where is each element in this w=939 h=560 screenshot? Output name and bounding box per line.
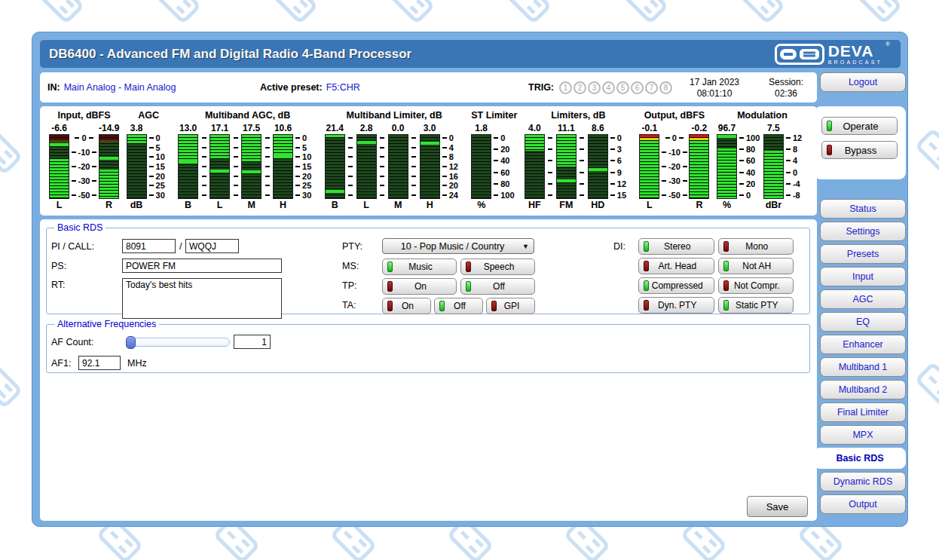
save-button[interactable]: Save (747, 496, 808, 517)
green-led-icon (644, 241, 649, 252)
meter-scale: 020406080100 (494, 134, 515, 199)
sidebar-item-multiband-2[interactable]: Multiband 2 (820, 380, 906, 399)
sidebar-item-basic-rds[interactable]: Basic RDS (814, 448, 906, 469)
pty-select[interactable]: 10 - Pop Music / Country ▼ (382, 238, 534, 254)
deva-watermark-icon (388, 0, 435, 24)
button-not-compr[interactable]: Not Compr. (718, 277, 794, 294)
meter-value: 17.1 (210, 123, 230, 134)
session: Session: 02:36 (760, 72, 812, 103)
ps-input[interactable] (122, 259, 282, 273)
sidebar-item-final-limiter[interactable]: Final Limiter (820, 402, 906, 422)
button-off[interactable]: Off (460, 278, 535, 295)
meter-value (610, 123, 632, 134)
meter-group-limiters-db: Limiters, dB4.0HF11.1FM8.6HD03691215 (525, 110, 632, 211)
meter-value (494, 123, 515, 134)
sidebar-item-dynamic-rds[interactable]: Dynamic RDS (820, 472, 906, 491)
pi-call-label: PI / CALL: (51, 241, 94, 252)
button-compressed[interactable]: Compressed (638, 277, 714, 294)
button-static-pty[interactable]: Static PTY (718, 297, 794, 314)
meter-value: 3.0 (420, 123, 440, 134)
meter-label (200, 199, 207, 211)
ms-label: MS: (342, 261, 359, 271)
button-music[interactable]: Music (382, 259, 457, 275)
logout-button[interactable]: Logout (820, 72, 906, 92)
time-text: 08:01:10 (697, 88, 733, 99)
sidebar-item-settings[interactable]: Settings (820, 222, 906, 241)
meter-group-title: AGC (127, 110, 171, 123)
meter-label: L (356, 199, 377, 211)
meter-value (411, 123, 418, 134)
tp-buttons: OnOff (382, 278, 535, 295)
button-operate[interactable]: Operate (821, 117, 898, 135)
af1-input[interactable] (78, 356, 121, 370)
meter-multiband-agc-db-l (210, 134, 230, 199)
button-stereo[interactable]: Stereo (638, 238, 714, 255)
button-off[interactable]: Off (434, 298, 483, 314)
meter-label: dB (127, 199, 147, 211)
sidebar-item-agc[interactable]: AGC (820, 289, 906, 309)
trig-indicator-7: 7 (645, 81, 658, 94)
button-mono[interactable]: Mono (718, 238, 794, 255)
pi-input[interactable] (122, 239, 176, 253)
sidebar-item-input[interactable]: Input (820, 267, 906, 286)
call-input[interactable] (185, 239, 239, 253)
active-preset-value[interactable]: F5:CHR (326, 82, 360, 93)
button-art-head[interactable]: Art. Head (638, 258, 714, 274)
deva-watermark-icon (154, 0, 201, 24)
input-source-link[interactable]: Main Analog - Main Analog (64, 82, 176, 93)
button-dyn-pty[interactable]: Dyn. PTY (638, 297, 714, 314)
meter-input-dbfs-l (49, 134, 69, 199)
meter-value: 4.0 (525, 123, 545, 134)
meter-group-st-limiter: ST Limiter1.8%020406080100 (471, 110, 517, 211)
button-on[interactable]: On (382, 278, 457, 295)
deva-logo: DEVA ® BROADCAST (775, 43, 890, 65)
meter-label (662, 199, 687, 211)
sidebar-item-multiband-1[interactable]: Multiband 1 (820, 357, 906, 377)
meter-scale: 12840-4-8 (786, 134, 808, 199)
sidebar-item-presets[interactable]: Presets (820, 244, 906, 264)
meter-modulation- (717, 134, 737, 199)
sidebar-item-output[interactable]: Output (820, 494, 906, 514)
meter-value (347, 123, 354, 134)
sidebar-item-mpx[interactable]: MPX (820, 425, 906, 445)
meter-scale: 0-10-20-30-50 (662, 134, 687, 199)
active-preset-label: Active preset: (260, 82, 323, 93)
button-bypass[interactable]: Bypass (821, 141, 898, 159)
meter-label: L (639, 199, 659, 211)
meter-value (662, 123, 687, 134)
meter-value (72, 123, 96, 134)
meter-label (494, 199, 515, 211)
di-label: DI: (613, 241, 625, 252)
meter-label: % (471, 199, 491, 211)
datetime: 17 Jan 2023 08:01:10 (673, 72, 756, 103)
sidebar: Logout OperateBypass StatusSettingsPrese… (820, 72, 906, 92)
meter-scale: 04812162024 (442, 134, 464, 199)
meter-label: L (49, 199, 69, 211)
sidebar-item-status[interactable]: Status (820, 199, 906, 219)
meter-label (264, 199, 271, 211)
meter-value: 10.6 (273, 123, 293, 134)
af-count-slider-thumb[interactable] (126, 336, 136, 349)
af-count-slider[interactable] (126, 338, 230, 347)
meter-label: H (420, 199, 440, 211)
registered-mark: ® (885, 41, 890, 47)
chevron-down-icon: ▼ (522, 243, 529, 250)
meter-value (379, 123, 386, 134)
rt-textarea[interactable]: Today's best hits (122, 278, 282, 319)
meter-multiband-limiter-db-h (420, 134, 440, 199)
button-not-ah[interactable]: Not AH (718, 258, 794, 274)
trig-indicator-1: 1 (559, 81, 572, 94)
meter-scale: 051015202530 (295, 134, 317, 199)
meter-value: -0.2 (689, 123, 709, 134)
meter-group-output-dbfs: Output, dBFS-0.1L0-10-20-30-50-0.2R (639, 110, 709, 211)
af-count-input[interactable] (234, 335, 271, 349)
deva-watermark-icon (38, 0, 84, 24)
button-on[interactable]: On (382, 298, 431, 314)
deva-watermark-icon (855, 0, 902, 24)
meter-value: 8.6 (588, 123, 608, 134)
sidebar-item-enhancer[interactable]: Enhancer (820, 335, 906, 354)
meter-value: 0.0 (388, 123, 408, 134)
button-gpi[interactable]: GPI (486, 298, 535, 314)
sidebar-item-eq[interactable]: EQ (820, 312, 906, 332)
button-speech[interactable]: Speech (460, 259, 535, 275)
